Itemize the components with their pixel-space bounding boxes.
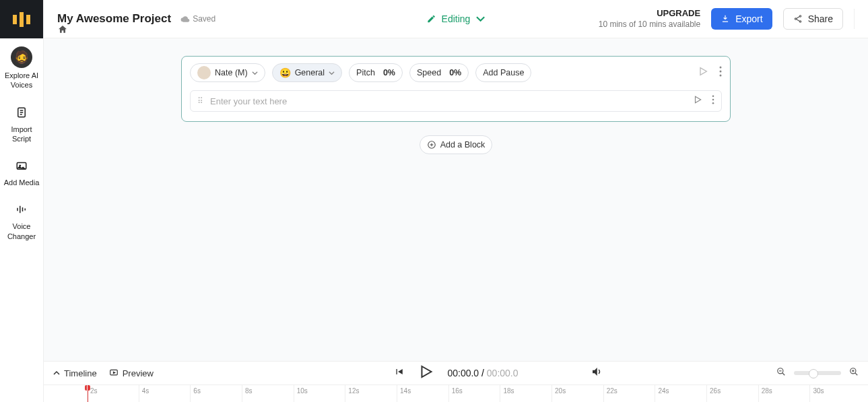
ruler-tick: 8s xyxy=(242,385,294,402)
svg-marker-20 xyxy=(696,96,701,102)
play-block-button[interactable] xyxy=(698,66,708,79)
pitch-control[interactable]: Pitch 0% xyxy=(349,63,403,82)
svg-rect-0 xyxy=(13,15,17,24)
svg-point-14 xyxy=(795,18,796,20)
chevron-down-icon xyxy=(329,70,335,76)
ruler-tick: 20s xyxy=(552,385,603,402)
add-block-button[interactable]: Add a Block xyxy=(420,135,493,154)
play-button[interactable] xyxy=(418,364,434,382)
skip-start-button[interactable] xyxy=(393,366,404,380)
svg-marker-28 xyxy=(113,372,114,373)
timeline-toggle[interactable]: Timeline xyxy=(53,368,97,378)
sidebar-item-import-script[interactable]: Import Script xyxy=(0,98,43,152)
svg-marker-29 xyxy=(422,366,431,377)
chevron-down-icon xyxy=(475,14,485,24)
cloud-icon xyxy=(180,14,190,24)
voice-changer-icon xyxy=(15,203,28,219)
svg-rect-2 xyxy=(26,15,30,24)
app-logo[interactable] xyxy=(0,0,43,38)
ruler-tick: 18s xyxy=(500,385,552,402)
style-selector[interactable]: 😀 General xyxy=(272,63,342,82)
line-menu-button[interactable] xyxy=(712,95,714,107)
saved-indicator: Saved xyxy=(180,14,215,24)
svg-point-13 xyxy=(799,15,801,17)
svg-marker-16 xyxy=(700,68,706,75)
sidebar-item-label: Add Media xyxy=(4,178,40,187)
voice-block: Nate (M) 😀 General Pitch 0% Speed 0 xyxy=(181,56,731,122)
zoom-slider[interactable] xyxy=(794,371,841,375)
svg-point-19 xyxy=(720,75,722,77)
ruler-tick: 28s xyxy=(758,385,810,402)
time-display: 00:00.0 / 00:00.0 xyxy=(447,368,518,378)
plus-circle-icon xyxy=(427,140,436,149)
play-line-button[interactable] xyxy=(693,95,702,107)
sidebar-item-voice-changer[interactable]: Voice Changer xyxy=(0,195,43,249)
block-menu-button[interactable] xyxy=(719,66,722,79)
ruler-tick: 12s xyxy=(345,385,397,402)
share-icon xyxy=(793,14,803,24)
svg-point-23 xyxy=(712,102,714,104)
ruler-tick: 30s xyxy=(809,385,861,402)
sidebar-item-explore-voices[interactable]: 🧔 Explore AI Voices xyxy=(0,38,43,98)
sidebar-item-label: Voice Changer xyxy=(3,222,40,241)
topbar: My Awesome Project Saved Editing UPGRADE xyxy=(44,0,868,38)
ruler-tick: 24s xyxy=(655,385,706,402)
svg-point-15 xyxy=(799,21,801,22)
svg-point-17 xyxy=(720,67,722,69)
svg-rect-1 xyxy=(20,12,24,27)
voice-selector[interactable]: Nate (M) xyxy=(190,63,265,82)
text-input[interactable] xyxy=(210,96,686,106)
ruler-tick: 16s xyxy=(448,385,500,402)
emoji-icon: 😀 xyxy=(279,67,291,78)
voice-avatar xyxy=(197,66,211,79)
timeline-ruler[interactable]: 2s4s6s8s10s12s14s16s18s20s22s24s26s28s30… xyxy=(44,384,868,402)
sidebar-item-label: Explore AI Voices xyxy=(3,71,40,90)
speed-control[interactable]: Speed 0% xyxy=(409,63,469,82)
download-icon xyxy=(721,14,730,24)
svg-line-31 xyxy=(782,373,785,376)
ruler-tick: 2s xyxy=(87,385,139,402)
svg-point-18 xyxy=(720,71,722,73)
ruler-tick: 6s xyxy=(190,385,242,402)
avatar: 🧔 xyxy=(11,46,32,68)
mode-selector[interactable]: Editing xyxy=(427,13,486,24)
home-icon[interactable] xyxy=(57,26,68,37)
upgrade-info[interactable]: UPGRADE 10 mins of 10 mins available xyxy=(599,8,700,29)
project-title[interactable]: My Awesome Project xyxy=(57,12,171,26)
sidebar-item-label: Import Script xyxy=(3,125,40,144)
pencil-icon xyxy=(427,14,436,24)
svg-point-21 xyxy=(712,95,714,97)
zoom-in-button[interactable] xyxy=(849,367,859,379)
ruler-tick: 14s xyxy=(397,385,448,402)
media-icon xyxy=(15,160,28,175)
add-pause-button[interactable]: Add Pause xyxy=(475,63,531,82)
svg-point-22 xyxy=(712,99,714,101)
zoom-out-button[interactable] xyxy=(776,367,786,379)
share-button[interactable]: Share xyxy=(783,8,843,30)
volume-button[interactable] xyxy=(591,366,603,380)
chevron-up-icon xyxy=(53,370,60,376)
ruler-tick: 4s xyxy=(139,385,191,402)
chevron-down-icon xyxy=(252,70,258,76)
sidebar-item-add-media[interactable]: Add Media xyxy=(0,152,43,195)
ruler-tick: 10s xyxy=(294,385,345,402)
preview-toggle[interactable]: Preview xyxy=(109,368,154,378)
ruler-tick: 26s xyxy=(706,385,758,402)
svg-line-34 xyxy=(855,373,858,376)
drag-handle-icon[interactable]: ⠿ xyxy=(197,96,203,106)
ruler-tick: 22s xyxy=(603,385,655,402)
monitor-play-icon xyxy=(109,368,119,378)
script-icon xyxy=(15,106,28,122)
export-button[interactable]: Export xyxy=(711,8,772,30)
